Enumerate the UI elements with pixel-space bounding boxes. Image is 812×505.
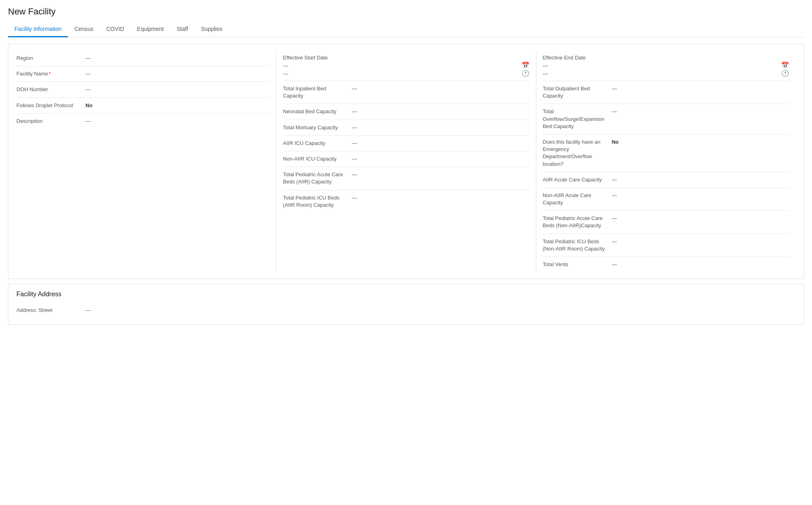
- field-aiir-icu: AIIR ICU Capacity ---: [283, 136, 529, 151]
- start-date-row: --- 📅: [283, 62, 529, 69]
- total-overflow-value: ---: [612, 108, 789, 115]
- total-vents-label: Total Vents: [543, 261, 607, 268]
- pediatric-icu-non-aiir-label: Total Pediatric ICU Beds (Non-AIIR Room)…: [543, 238, 607, 252]
- neonatal-value: ---: [352, 108, 529, 115]
- end-time-row: --- 🕐: [543, 70, 789, 77]
- aiir-icu-value: ---: [352, 140, 529, 147]
- middle-panel: Effective Start Date --- 📅 --- 🕐: [276, 51, 536, 272]
- field-total-outpatient: Total Outpatient Bed Capacity ---: [543, 81, 789, 104]
- right-panel: Effective End Date --- 📅 --- 🕐: [536, 51, 796, 272]
- page-container: New Facility Facility Information Census…: [0, 0, 812, 505]
- total-vents-value: ---: [612, 261, 789, 268]
- tab-facility-information[interactable]: Facility Information: [8, 22, 68, 37]
- non-aiir-icu-label: Non-AIIR ICU Capacity: [283, 155, 347, 163]
- field-doh-number: DOH Number ---: [16, 82, 270, 98]
- mortuary-value: ---: [352, 124, 529, 131]
- tab-covid[interactable]: COVID: [100, 22, 130, 37]
- non-aiir-acute-value: ---: [612, 192, 789, 199]
- tab-staff[interactable]: Staff: [170, 22, 195, 37]
- tab-census[interactable]: Census: [68, 22, 99, 37]
- non-aiir-acute-label: Non-AIIR Acute Care Capacity: [543, 192, 607, 206]
- left-panel: Region --- Facility Name* --- DOH Number…: [16, 51, 276, 272]
- field-pediatric-acute-aiir: Total Pediatric Acute Care Beds (AIIR) C…: [283, 167, 529, 190]
- mortuary-label: Total Mortuary Capacity: [283, 124, 347, 131]
- aiir-icu-label: AIIR ICU Capacity: [283, 140, 347, 147]
- tab-equipment[interactable]: Equipment: [130, 22, 170, 37]
- pediatric-acute-non-aiir-value: ---: [612, 215, 789, 222]
- facility-name-label: Facility Name*: [16, 70, 81, 77]
- field-address-street: Address: Street ---: [16, 303, 796, 318]
- clock-icon-start[interactable]: 🕐: [522, 70, 530, 77]
- field-non-aiir-acute: Non-AIIR Acute Care Capacity ---: [543, 188, 789, 211]
- field-pediatric-icu-non-aiir: Total Pediatric ICU Beds (Non-AIIR Room)…: [543, 234, 789, 257]
- calendar-icon-start[interactable]: 📅: [522, 62, 530, 69]
- total-outpatient-label: Total Outpatient Bed Capacity: [543, 85, 607, 100]
- facility-name-value: ---: [85, 70, 270, 77]
- address-section-title: Facility Address: [16, 291, 796, 298]
- page-title: New Facility: [8, 6, 804, 17]
- effective-end-date-group: Effective End Date --- 📅 --- 🕐: [543, 51, 789, 81]
- start-time-value: ---: [283, 71, 518, 77]
- description-label: Description: [16, 118, 81, 125]
- pediatric-acute-non-aiir-label: Total Pediatric Acute Care Beds (Non-AII…: [543, 215, 607, 229]
- follows-droplet-label: Follows Droplet Protocol: [16, 102, 81, 109]
- description-value: ---: [85, 118, 270, 125]
- pediatric-icu-aiir-value: ---: [352, 194, 529, 202]
- effective-start-date-group: Effective Start Date --- 📅 --- 🕐: [283, 51, 529, 81]
- end-date-value: ---: [543, 63, 778, 69]
- required-asterisk: *: [49, 71, 51, 77]
- field-facility-name: Facility Name* ---: [16, 66, 270, 82]
- clock-icon-end[interactable]: 🕐: [781, 70, 789, 77]
- tab-supplies[interactable]: Supplies: [195, 22, 229, 37]
- end-time-value: ---: [543, 71, 778, 77]
- field-description: Description ---: [16, 114, 270, 129]
- field-non-aiir-icu: Non-AIIR ICU Capacity ---: [283, 151, 529, 167]
- pediatric-icu-non-aiir-value: ---: [612, 238, 789, 245]
- emergency-dept-label: Does this facility have an Emergency Dep…: [543, 138, 607, 168]
- field-aiir-acute: AIIR Acute Care Capacity ---: [543, 172, 789, 188]
- aiir-acute-label: AIIR Acute Care Capacity: [543, 176, 607, 183]
- end-date-inputs: --- 📅 --- 🕐: [543, 62, 789, 77]
- doh-number-value: ---: [85, 86, 270, 93]
- field-mortuary: Total Mortuary Capacity ---: [283, 120, 529, 136]
- total-inpatient-value: ---: [352, 85, 529, 92]
- address-street-value: ---: [85, 307, 796, 314]
- facility-address-section: Facility Address Address: Street ---: [8, 284, 804, 325]
- doh-number-label: DOH Number: [16, 86, 81, 93]
- field-neonatal: Neonatal Bed Capacity ---: [283, 104, 529, 120]
- pediatric-acute-aiir-value: ---: [352, 171, 529, 178]
- aiir-acute-value: ---: [612, 176, 789, 183]
- start-time-row: --- 🕐: [283, 70, 529, 77]
- total-overflow-label: Total Overflow/Surge/Expansion Bed Capac…: [543, 108, 607, 130]
- field-follows-droplet: Follows Droplet Protocol No: [16, 98, 270, 114]
- start-date-value: ---: [283, 63, 518, 69]
- address-street-label: Address: Street: [16, 307, 81, 314]
- field-region: Region ---: [16, 51, 270, 66]
- total-inpatient-label: Total Inpatient Bed Capacity: [283, 85, 347, 100]
- effective-start-date-label: Effective Start Date: [283, 55, 529, 61]
- pediatric-icu-aiir-label: Total Pediatric ICU Beds (AIIR Room) Cap…: [283, 194, 347, 209]
- follows-droplet-value: No: [85, 102, 270, 109]
- calendar-icon-end[interactable]: 📅: [781, 62, 789, 69]
- non-aiir-icu-value: ---: [352, 155, 529, 163]
- end-date-row: --- 📅: [543, 62, 789, 69]
- field-pediatric-icu-aiir: Total Pediatric ICU Beds (AIIR Room) Cap…: [283, 190, 529, 213]
- tab-bar: Facility Information Census COVID Equipm…: [8, 22, 804, 37]
- effective-end-date-label: Effective End Date: [543, 55, 789, 61]
- neonatal-label: Neonatal Bed Capacity: [283, 108, 347, 115]
- field-total-overflow: Total Overflow/Surge/Expansion Bed Capac…: [543, 104, 789, 134]
- region-value: ---: [85, 55, 270, 62]
- emergency-dept-value: No: [612, 138, 789, 146]
- start-date-inputs: --- 📅 --- 🕐: [283, 62, 529, 77]
- field-total-vents: Total Vents ---: [543, 257, 789, 272]
- pediatric-acute-aiir-label: Total Pediatric Acute Care Beds (AIIR) C…: [283, 171, 347, 185]
- facility-info-card: Region --- Facility Name* --- DOH Number…: [8, 44, 804, 279]
- facility-info-grid: Region --- Facility Name* --- DOH Number…: [16, 51, 796, 272]
- total-outpatient-value: ---: [612, 85, 789, 92]
- region-label: Region: [16, 55, 81, 62]
- field-pediatric-acute-non-aiir: Total Pediatric Acute Care Beds (Non-AII…: [543, 211, 789, 234]
- field-total-inpatient: Total Inpatient Bed Capacity ---: [283, 81, 529, 104]
- field-emergency-dept: Does this facility have an Emergency Dep…: [543, 134, 789, 172]
